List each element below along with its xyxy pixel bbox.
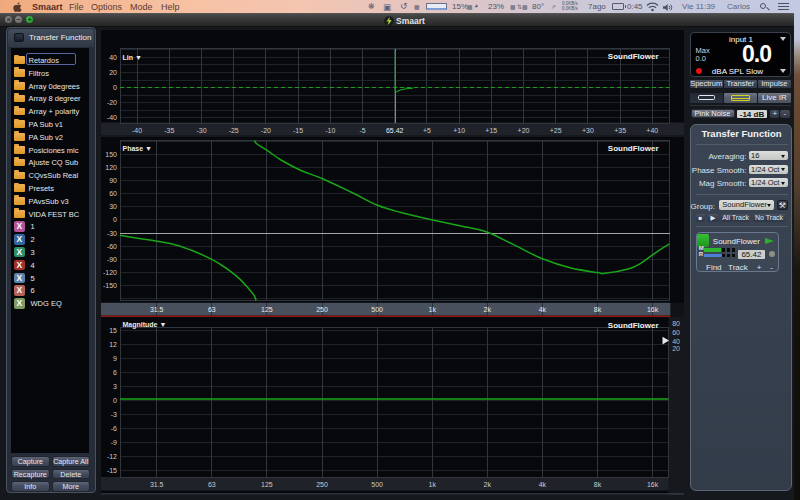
svg-text:-5: -5: [359, 127, 365, 134]
svg-text:0: 0: [113, 84, 117, 91]
svg-text:Magnitude ▼: Magnitude ▼: [122, 321, 166, 329]
svg-text:60: 60: [672, 329, 680, 336]
svg-text:2k: 2k: [483, 481, 491, 488]
svg-text:500: 500: [371, 481, 383, 488]
svg-text:500: 500: [371, 306, 383, 313]
svg-text:0: 0: [113, 397, 117, 404]
svg-text:-20: -20: [260, 127, 270, 134]
svg-text:20: 20: [109, 69, 117, 76]
svg-text:+10: +10: [453, 127, 465, 134]
svg-text:4k: 4k: [538, 481, 546, 488]
svg-text:-12: -12: [106, 453, 116, 460]
svg-text:1k: 1k: [428, 481, 436, 488]
svg-text:30: 30: [109, 203, 117, 210]
svg-text:+35: +35: [614, 127, 626, 134]
svg-text:+15: +15: [485, 127, 497, 134]
svg-text:-35: -35: [164, 127, 174, 134]
svg-text:6: 6: [113, 369, 117, 376]
svg-text:+5: +5: [422, 127, 430, 134]
svg-text:-3: -3: [110, 411, 116, 418]
svg-text:-10: -10: [325, 127, 335, 134]
svg-text:16k: 16k: [646, 306, 658, 313]
svg-text:-40: -40: [132, 127, 142, 134]
svg-text:16k: 16k: [646, 481, 658, 488]
svg-text:150: 150: [105, 151, 117, 158]
svg-text:4k: 4k: [538, 306, 546, 313]
svg-text:-9: -9: [110, 439, 116, 446]
svg-text:Lin ▼: Lin ▼: [122, 54, 141, 61]
svg-text:250: 250: [316, 481, 328, 488]
svg-text:0: 0: [113, 216, 117, 223]
svg-text:125: 125: [261, 481, 273, 488]
svg-text:80: 80: [672, 320, 680, 327]
svg-text:+40: +40: [646, 127, 658, 134]
svg-text:60: 60: [109, 190, 117, 197]
svg-text:2k: 2k: [483, 306, 491, 313]
svg-text:15: 15: [109, 327, 117, 334]
svg-text:90: 90: [109, 177, 117, 184]
svg-text:-150: -150: [102, 282, 116, 289]
svg-text:-6: -6: [110, 425, 116, 432]
svg-text:SoundFlower: SoundFlower: [607, 144, 658, 153]
svg-text:8k: 8k: [593, 306, 601, 313]
svg-text:40: 40: [109, 54, 117, 61]
svg-text:Phase ▼: Phase ▼: [122, 145, 152, 152]
svg-text:63: 63: [207, 481, 215, 488]
svg-text:8k: 8k: [593, 481, 601, 488]
svg-text:-25: -25: [228, 127, 238, 134]
svg-text:+30: +30: [581, 127, 593, 134]
svg-text:-40: -40: [106, 114, 116, 121]
svg-text:-15: -15: [106, 467, 116, 474]
svg-text:-120: -120: [102, 269, 116, 276]
svg-text:63: 63: [207, 306, 215, 313]
svg-text:+25: +25: [549, 127, 561, 134]
svg-text:SoundFlower: SoundFlower: [607, 321, 658, 330]
svg-text:+20: +20: [517, 127, 529, 134]
svg-text:-90: -90: [106, 256, 116, 263]
svg-text:-60: -60: [106, 243, 116, 250]
svg-text:-30: -30: [196, 127, 206, 134]
svg-text:1k: 1k: [428, 306, 436, 313]
svg-text:SoundFlower: SoundFlower: [607, 52, 658, 61]
svg-text:31.5: 31.5: [149, 306, 163, 313]
svg-text:-15: -15: [293, 127, 303, 134]
svg-text:125: 125: [261, 306, 273, 313]
svg-text:250: 250: [316, 306, 328, 313]
svg-text:-20: -20: [106, 99, 116, 106]
svg-text:9: 9: [113, 355, 117, 362]
svg-text:12: 12: [109, 341, 117, 348]
svg-text:65.42: 65.42: [385, 127, 403, 134]
svg-text:-30: -30: [106, 230, 116, 237]
svg-text:120: 120: [105, 164, 117, 171]
svg-text:3: 3: [113, 383, 117, 390]
svg-text:31.5: 31.5: [149, 481, 163, 488]
svg-text:20: 20: [672, 345, 680, 352]
